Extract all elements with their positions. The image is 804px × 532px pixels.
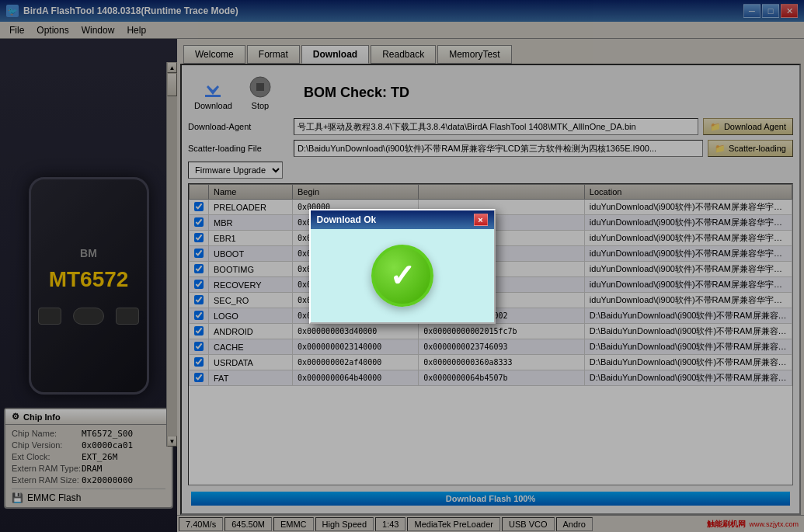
download-ok-modal: Download Ok × ✓ <box>309 209 496 324</box>
modal-close-button[interactable]: × <box>474 214 488 226</box>
modal-title-bar: Download Ok × <box>311 210 494 229</box>
success-icon: ✓ <box>371 245 433 307</box>
modal-overlay: Download Ok × ✓ <box>0 0 804 532</box>
modal-title: Download Ok <box>317 214 377 225</box>
modal-body: ✓ <box>311 229 494 322</box>
check-mark: ✓ <box>389 260 416 291</box>
